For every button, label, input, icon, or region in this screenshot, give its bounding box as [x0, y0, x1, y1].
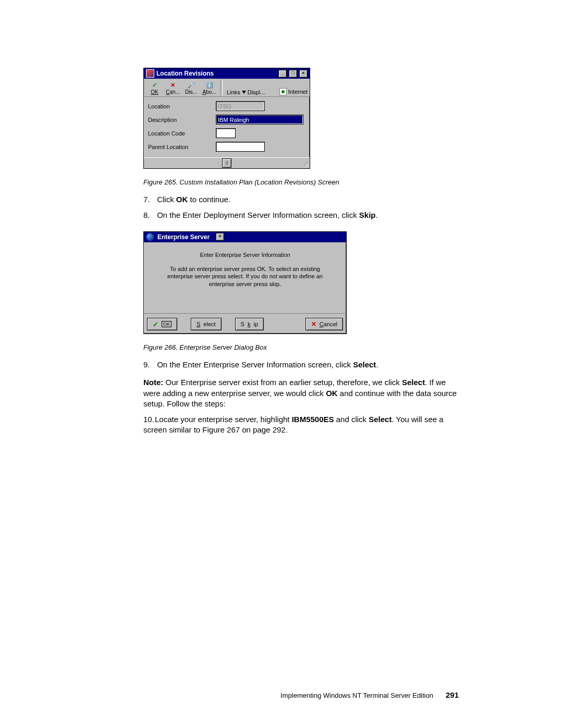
- location-label: Location: [148, 103, 216, 109]
- enterprise-server-dialog: Enterprise Server × Enter Enterprise Ser…: [143, 231, 347, 335]
- dialog-title: Enterprise Server: [157, 233, 210, 241]
- form-area: Location ITSO Description IBM Raleigh Lo…: [144, 97, 310, 157]
- abo-tool[interactable]: ℹ️ Abo...: [201, 80, 218, 95]
- step-7: 7. Click OK to continue.: [143, 194, 461, 205]
- dis-label: Dis...: [185, 89, 197, 95]
- window-title: Location Revisions: [156, 70, 214, 77]
- footer-text: Implementing Windows NT Terminal Server …: [280, 692, 433, 699]
- toolbar-separator: [221, 80, 223, 95]
- step-7-num: 7.: [143, 194, 155, 205]
- toolbar: ✓ OK ✕ CCan...an... 🔎 Dis... ℹ️ Abo... L…: [144, 79, 310, 97]
- check-icon: ✓: [153, 320, 158, 328]
- internet-icon: [279, 88, 287, 95]
- dialog-close-button[interactable]: ×: [216, 233, 224, 241]
- check-icon: ✓: [152, 81, 157, 89]
- links-group[interactable]: Links Displ...: [227, 89, 265, 95]
- note-paragraph: Note: Our Enterprise server exist from a…: [143, 377, 461, 409]
- x-icon: ✕: [170, 81, 175, 89]
- step-10: 10.Locate your enterprise server, highli…: [143, 414, 461, 436]
- location-code-input[interactable]: [216, 128, 236, 138]
- size-grip[interactable]: [302, 161, 309, 167]
- binoculars-icon: 🔎: [188, 81, 195, 89]
- step-9-num: 9.: [143, 360, 155, 370]
- figure-266-caption: Figure 266. Enterprise Server Dialog Box: [143, 343, 461, 351]
- step-9: 9. On the Enter Enterprise Server Inform…: [143, 360, 461, 370]
- parent-location-input[interactable]: [216, 142, 265, 152]
- dialog-titlebar: Enterprise Server ×: [144, 232, 346, 242]
- cancel-button[interactable]: ✕ Cancel: [305, 318, 343, 330]
- app-icon: [146, 69, 154, 78]
- dialog-body: Enter Enterprise Server Information To a…: [144, 242, 346, 314]
- scroll-thumb[interactable]: ⦀: [222, 158, 231, 168]
- parent-location-label: Parent Location: [148, 144, 216, 150]
- dialog-instructions: To add an enterprise server press OK. To…: [158, 265, 332, 289]
- titlebar: Location Revisions _ □ ×: [144, 68, 310, 79]
- displ-label: Displ...: [248, 89, 265, 95]
- location-revisions-window: Location Revisions _ □ × ✓ OK ✕ CCan...a…: [143, 68, 310, 169]
- dis-tool[interactable]: 🔎 Dis...: [182, 80, 200, 95]
- links-label: Links: [227, 89, 240, 95]
- skip-button[interactable]: Skip: [235, 318, 264, 330]
- figure-265-caption: Figure 265. Custom Installation Plan (Lo…: [143, 178, 461, 186]
- dialog-heading: Enter Enterprise Server Information: [150, 252, 340, 258]
- step-8: 8. On the Enter Deployment Server Inform…: [143, 210, 461, 220]
- ok-button-label: OK: [162, 321, 172, 327]
- status-bar: ⦀: [144, 157, 310, 168]
- step-8-num: 8.: [143, 210, 155, 220]
- select-button[interactable]: Select: [191, 318, 222, 330]
- internet-group[interactable]: Internet: [279, 88, 308, 95]
- dialog-button-row: ✓ OK Select Skip ✕ Cancel: [144, 313, 346, 334]
- maximize-button[interactable]: □: [289, 70, 297, 78]
- location-code-label: Location Code: [148, 130, 216, 137]
- ok-tool[interactable]: ✓ OK: [146, 80, 163, 95]
- internet-label: Internet: [288, 89, 308, 95]
- page-number: 291: [446, 690, 459, 699]
- step-10-num: 10.: [143, 414, 155, 425]
- x-icon: ✕: [311, 320, 316, 328]
- ok-button[interactable]: ✓ OK: [147, 318, 177, 330]
- globe-icon: [146, 233, 154, 241]
- page-footer: Implementing Windows NT Terminal Server …: [143, 690, 459, 699]
- ok-label: OK: [151, 89, 158, 95]
- chevron-down-icon: [242, 91, 246, 94]
- about-icon: ℹ️: [206, 81, 213, 89]
- cancel-tool[interactable]: ✕ CCan...an...: [164, 80, 181, 95]
- close-button[interactable]: ×: [299, 70, 308, 78]
- minimize-button[interactable]: _: [278, 70, 287, 78]
- description-input[interactable]: IBM Raleigh: [216, 115, 303, 125]
- description-label: Description: [148, 117, 216, 123]
- location-input[interactable]: ITSO: [216, 101, 265, 111]
